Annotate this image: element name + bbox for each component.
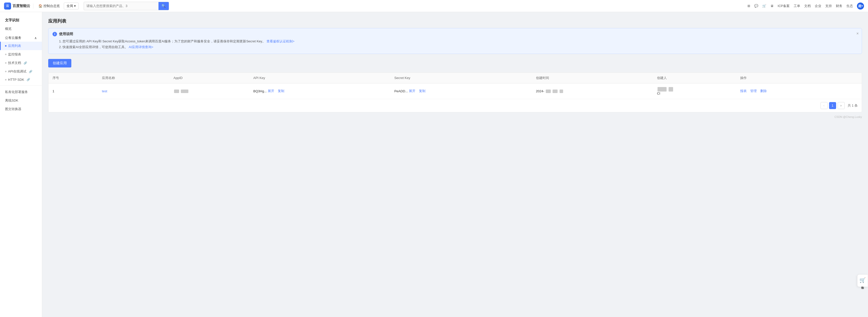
dot-icon [5,54,6,55]
footer-note: CSDN @Cheng.Lusky [48,112,862,119]
sidebar-item-offline-sdk[interactable]: 离线SDK [0,96,42,105]
dot-icon [5,71,6,72]
support-link[interactable]: 支持 [825,4,832,8]
secret-key-cell: PeADD... 展开 复制 [394,89,528,93]
sidebar-item-label: 离线SDK [5,98,18,103]
creator-masked [657,87,666,92]
nav-divider-1 [33,3,33,8]
home-icon: 🏠 [38,4,42,8]
apps-grid-icon[interactable]: ⊞ [747,4,750,8]
logo[interactable]: 云 百度智能云 [4,2,30,9]
chevron-up-icon: ∧ [34,36,37,40]
control-panel-link[interactable]: 🏠 控制台总览 [36,3,62,9]
date-masked-2 [553,90,558,93]
sidebar-item-label: 私有化部署服务 [5,90,28,94]
cell-apikey: BQ3Hg... 展开 复制 [249,83,390,99]
user-avatar[interactable]: 超 ▾ [857,2,864,9]
sidebar-group-public-cloud[interactable]: 公有云服务 ∧ [0,33,42,42]
sidebar-item-label: 监控报表 [8,52,21,57]
secret-key-expand[interactable]: 展开 [409,89,415,93]
col-apikey: API Key [249,73,390,83]
logo-text: 百度智能云 [12,4,30,8]
search-button[interactable]: 🔍 [158,2,169,10]
main-content: 应用列表 i 使用说明 1. 您可通过应用的 API Key和 Secret K… [42,12,868,317]
external-link-icon: 🔗 [27,78,30,81]
sidebar-item-label: 技术文档 [8,61,21,65]
info-close-button[interactable]: × [857,31,859,36]
info-line-2: 2. 快速搜索AI全部应用详情，可使用自助工具。 AI应用详情查询> [53,44,858,50]
control-panel-label: 控制台总览 [43,4,60,8]
action-delete[interactable]: 删除 [760,89,767,93]
layout: 文字识别 概览 公有云服务 ∧ 应用列表 监控报表 技术文档 🔗 API在线调试… [0,12,868,317]
action-report[interactable]: 报表 [740,89,747,93]
page-total: 共 1 条 [848,103,858,108]
cart-float-icon: 🛒 [860,277,866,283]
sidebar-item-api-debug[interactable]: API在线调试 🔗 [0,67,42,76]
action-manage[interactable]: 管理 [750,89,757,93]
sidebar-item-private-deploy[interactable]: 私有化部署服务 [0,88,42,96]
sidebar-item-overview[interactable]: 概览 [0,25,42,33]
page-title: 应用列表 [48,18,862,24]
workorder-link[interactable]: 工单 [794,4,800,8]
enterprise-link[interactable]: 企业 [815,4,821,8]
col-created: 创建时间 [532,73,653,83]
sidebar-item-label: 图文转换器 [5,107,21,111]
date-masked-1 [546,90,551,93]
finance-link[interactable]: 财务 [836,4,842,8]
info-box-header: i 使用说明 [53,32,858,36]
api-key-prefix: BQ3Hg... [253,89,267,93]
active-dot [5,45,6,47]
search-bar: 🔍 [84,2,169,10]
col-secretkey: Secret Key [390,73,532,83]
api-key-expand[interactable]: 展开 [268,89,274,93]
sidebar-item-label: 概览 [5,27,11,31]
cell-creator: Cl [653,83,736,99]
table-row: 1 test BQ3Hg... 展开 复制 [49,83,862,99]
sidebar-item-image-convert[interactable]: 图文转换器 [0,105,42,113]
next-page-button[interactable]: › [838,102,845,109]
float-cart[interactable]: 🛒 购物车 [857,274,868,287]
top-nav: 云 百度智能云 🏠 控制台总览 全局 ▾ 🔍 ⊞ 💬 🛒 🖥 ICP备案 工单 … [0,0,868,12]
screen-icon[interactable]: 🖥 [770,4,774,8]
app-table-element: 序号 应用名称 AppID API Key Secret Key 创建时间 创建… [49,73,862,99]
cell-secretkey: PeADD... 展开 复制 [390,83,532,99]
app-name-link[interactable]: test [102,89,107,93]
chevron-down-icon: ▾ [862,4,863,7]
secret-key-copy[interactable]: 复制 [419,89,426,93]
cell-created: 2024- [532,83,653,99]
chevron-down-icon: ▾ [74,4,76,8]
cell-actions: 报表 管理 删除 [736,83,862,99]
auth-link[interactable]: 查看鉴权认证机制> [267,39,294,43]
create-app-button[interactable]: 创建应用 [48,59,71,67]
cell-appid [169,83,249,99]
col-index: 序号 [49,73,98,83]
app-detail-link[interactable]: AI应用详情查询> [129,45,153,49]
api-key-copy[interactable]: 复制 [278,89,284,93]
sidebar-item-tech-docs[interactable]: 技术文档 🔗 [0,59,42,67]
appid-masked-2 [181,90,188,93]
col-name: 应用名称 [98,73,169,83]
sidebar-item-label: API在线调试 [8,69,26,74]
dot-icon [5,62,6,64]
docs-link[interactable]: 文档 [804,4,811,8]
col-appid: AppID [169,73,249,83]
icp-link[interactable]: ICP备案 [778,4,789,8]
info-box: i 使用说明 1. 您可通过应用的 API Key和 Secret Key获取A… [48,28,862,54]
search-input[interactable] [84,2,158,9]
pagination: ‹ 1 › 共 1 条 [49,99,862,112]
sidebar-item-monitor[interactable]: 监控报表 [0,50,42,59]
info-line-1: 1. 您可通过应用的 API Key和 Secret Key获取Access_t… [53,38,858,44]
sidebar-item-label: 应用列表 [8,44,21,48]
sidebar-item-app-list[interactable]: 应用列表 [0,42,42,50]
scope-selector[interactable]: 全局 ▾ [64,2,79,9]
page-1-button[interactable]: 1 [829,102,836,109]
message-icon[interactable]: 💬 [754,4,758,8]
dot-icon [5,79,6,80]
app-table: 序号 应用名称 AppID API Key Secret Key 创建时间 创建… [48,72,862,112]
ecosystem-link[interactable]: 生态 [846,4,853,8]
cell-name: test [98,83,169,99]
prev-page-button[interactable]: ‹ [820,102,828,109]
sidebar-item-http-sdk[interactable]: HTTP SDK 🔗 [0,76,42,83]
col-creator: 创建人 [653,73,736,83]
cart-icon[interactable]: 🛒 [762,4,766,8]
